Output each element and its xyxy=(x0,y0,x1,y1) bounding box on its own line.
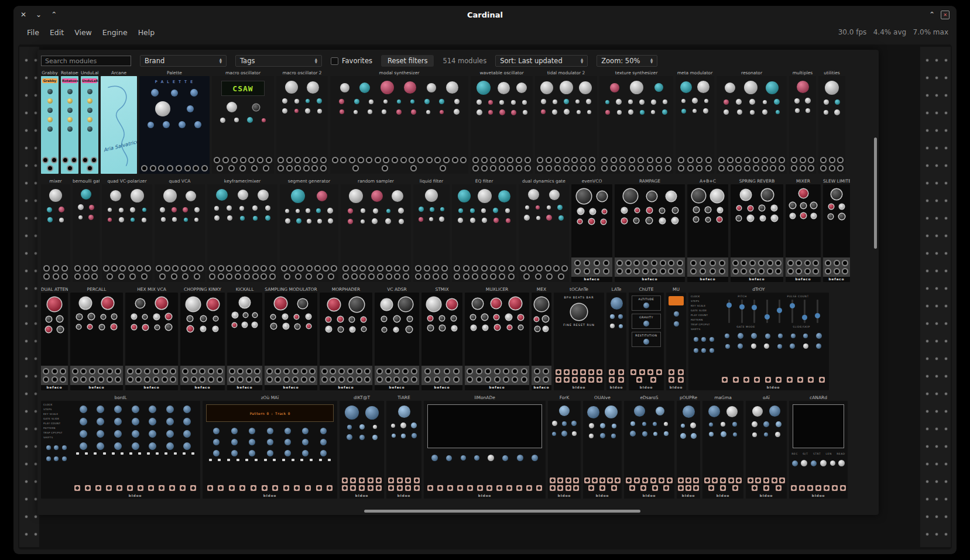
module-tile[interactable]: random sampler xyxy=(341,178,411,282)
horizontal-scrollbar[interactable] xyxy=(364,510,640,513)
jack-row xyxy=(629,367,664,385)
jack xyxy=(53,273,59,280)
brand-dropdown[interactable]: Brand ▲▼ xyxy=(140,55,227,67)
module-tile[interactable]: evenVCObefaco xyxy=(571,178,612,282)
module-tile[interactable]: MIXERbefaco xyxy=(786,178,821,282)
module-tile[interactable]: ArcaneAria Salvatrice xyxy=(101,70,137,174)
module-tile[interactable]: dual dynamics gate xyxy=(519,178,569,282)
module-tile[interactable]: ForKbIdoo xyxy=(548,394,581,499)
module-tile[interactable]: cANARdRECG/TSTRTLENREADbIdoo xyxy=(789,394,848,499)
knob xyxy=(769,406,780,417)
knob xyxy=(411,422,417,428)
knob xyxy=(634,406,645,417)
module-tile[interactable]: meta modulator xyxy=(676,70,714,174)
module-tile[interactable]: bordLCLOCKSTEPSKEY SCALEGATE SLIDEPLAY C… xyxy=(41,394,200,499)
close-box-icon[interactable]: ✕ xyxy=(941,11,950,19)
module-tile[interactable]: tidal modulator 2 xyxy=(535,70,597,174)
jack xyxy=(611,157,617,163)
module-tile[interactable]: UnduLaRUnduLaR xyxy=(81,70,98,174)
module-tile[interactable]: oAïbIdoo xyxy=(746,394,787,499)
menu-file[interactable]: File xyxy=(22,26,44,39)
module-tile[interactable]: dTrOYCLOCKSTEPSKEY SCALEGATE SLIDEPLAY C… xyxy=(688,286,829,390)
seq-left-column: CLOCKSTEPSKEY SCALEGATE SLIDEPLAY COUNTP… xyxy=(688,293,718,390)
module-tile[interactable]: segment generator xyxy=(280,178,338,282)
module-tile[interactable]: HEX MIX VCAbefaco xyxy=(125,286,178,390)
module-tile[interactable]: ChUTEALTITUDEGRAVITYRESTITUTIONbIdoo xyxy=(629,286,664,390)
module-tile[interactable]: OUAIvebIdoo xyxy=(583,394,622,499)
favorites-checkbox[interactable] xyxy=(331,57,338,65)
module-tile[interactable]: GrabbyGrabby xyxy=(41,70,59,174)
module-tile[interactable]: STMIXbefaco xyxy=(421,286,462,390)
knob xyxy=(776,110,780,114)
module-tile[interactable]: bernoulli gate xyxy=(73,178,100,282)
chevron-up-icon[interactable]: ⌃ xyxy=(51,11,57,19)
module-name: dTrOY xyxy=(688,286,829,293)
reset-filters-button[interactable]: Reset filters xyxy=(381,55,434,67)
module-tile[interactable]: pOUPRebIdoo xyxy=(677,394,700,499)
module-tile[interactable]: tOCAnTeBPH BEATS BARFINE RESET RUNbIdoo xyxy=(554,286,604,390)
module-tile[interactable]: quad VC-polarizer xyxy=(102,178,152,282)
module-tile[interactable]: MUXLICERbefaco xyxy=(465,286,529,390)
module-tile[interactable]: wavetable oscillator xyxy=(471,70,533,174)
module-tile[interactable]: dIKT@TbIdoo xyxy=(340,394,384,499)
jack xyxy=(170,368,176,375)
module-panel xyxy=(276,76,328,174)
close-icon[interactable]: ✕ xyxy=(20,11,26,19)
module-tile[interactable]: maGmabIdoo xyxy=(702,394,743,499)
module-tile[interactable]: SPRING REVERBbefaco xyxy=(731,178,783,282)
module-tile[interactable]: utilities xyxy=(818,70,845,174)
module-tile[interactable]: texture synthesizer xyxy=(599,70,673,174)
search-input[interactable] xyxy=(41,56,131,66)
chevron-down-icon[interactable]: ⌄ xyxy=(36,11,42,19)
module-tile[interactable]: MEXbefaco xyxy=(532,286,551,390)
module-tile[interactable]: PERCALLbefaco xyxy=(70,286,123,390)
jack xyxy=(306,265,313,272)
jack xyxy=(368,485,373,491)
module-tile[interactable]: RotatoesRotatoes xyxy=(61,70,78,174)
module-tile[interactable]: RAMPAGEbefaco xyxy=(615,178,685,282)
module-tile[interactable]: LATebIdoo xyxy=(606,286,626,390)
menu-edit[interactable]: Edit xyxy=(44,26,69,39)
module-name: EQ filter xyxy=(452,178,516,184)
jack xyxy=(411,368,417,375)
menu-view[interactable]: View xyxy=(69,26,97,39)
module-tile[interactable]: MORPHADERbefaco xyxy=(320,286,372,390)
module-tile[interactable]: KICKALLbefaco xyxy=(227,286,262,390)
module-tile[interactable]: TiAREbIdoo xyxy=(386,394,421,499)
zoom-dropdown[interactable]: Zoom: 50% ▲▼ xyxy=(597,55,657,67)
module-tile[interactable]: macro oscillator 2 xyxy=(276,70,328,174)
module-tile[interactable]: SAMPLING MODULATORbefaco xyxy=(265,286,317,390)
module-tile[interactable]: mixer xyxy=(41,178,70,282)
module-tile[interactable]: keyframer/mixer xyxy=(207,178,277,282)
module-tile[interactable]: PaletteP A L E T T E xyxy=(139,70,210,174)
module-tile[interactable]: zOù MAïPattern 0 : Track 0bIdoo xyxy=(203,394,337,499)
module-tile[interactable]: eDsaroSbIdoo xyxy=(624,394,674,499)
module-tile[interactable]: liquid filter xyxy=(413,178,450,282)
tags-dropdown[interactable]: Tags ▲▼ xyxy=(235,55,322,67)
module-tile[interactable]: quad VCA xyxy=(155,178,205,282)
knob xyxy=(172,217,177,222)
expand-icon[interactable]: ⌃ xyxy=(929,11,935,19)
jack xyxy=(349,157,355,163)
module-tile[interactable]: multiples xyxy=(789,70,816,174)
menu-engine[interactable]: Engine xyxy=(97,26,133,39)
module-tile[interactable]: macro oscillatorCSAW xyxy=(212,70,274,174)
module-tile[interactable]: VC ADSRbefaco xyxy=(375,286,419,390)
module-tile[interactable]: CHOPPING KINKYbefaco xyxy=(180,286,225,390)
knob xyxy=(532,455,538,461)
sort-dropdown[interactable]: Sort: Last updated ▲▼ xyxy=(495,55,588,67)
module-tile[interactable]: resonator xyxy=(717,70,787,174)
module-tile[interactable]: A+B+Cbefaco xyxy=(687,178,728,282)
module-tile[interactable]: modal synthesizer xyxy=(330,70,468,174)
jack-row xyxy=(823,257,850,277)
module-tile[interactable]: MUbIdoo xyxy=(666,286,686,390)
jack xyxy=(303,165,310,171)
module-tile[interactable]: lIMonADebIdoo xyxy=(424,394,546,499)
knob-row xyxy=(71,297,122,309)
vertical-scrollbar[interactable] xyxy=(874,138,877,249)
jack xyxy=(91,273,98,280)
module-tile[interactable]: EQ filter xyxy=(452,178,516,282)
menu-help[interactable]: Help xyxy=(133,26,160,39)
module-tile[interactable]: DUAL ATTENUVERTERbefaco xyxy=(41,286,68,390)
module-tile[interactable]: SLEW LIMITERbefaco xyxy=(823,178,850,282)
